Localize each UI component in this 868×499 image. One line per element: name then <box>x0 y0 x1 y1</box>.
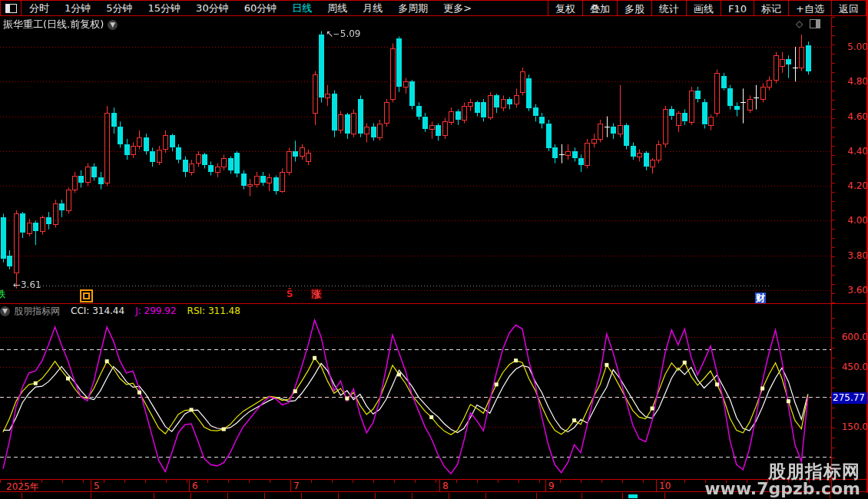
strip-separator <box>338 493 339 499</box>
menu-right-item-7[interactable]: +自选 <box>788 1 831 15</box>
watermark-url: www.7gpzb.com <box>704 481 860 497</box>
month-separator <box>545 480 546 491</box>
menu-right-item-4[interactable]: 画线 <box>686 1 721 15</box>
month-separator <box>290 480 291 491</box>
month-label-4: 8 <box>442 481 449 491</box>
chart-marker-4[interactable]: 财 <box>755 292 766 303</box>
price-label-5: 4.00 <box>834 215 868 226</box>
price-label-6: 3.80 <box>834 250 868 261</box>
menu-item-5[interactable]: 60分钟 <box>237 2 285 15</box>
split-window-icon <box>5 4 17 13</box>
menu-item-10[interactable]: 更多> <box>436 2 479 15</box>
price-label-7: 3.60 <box>834 285 868 296</box>
chart-marker-3[interactable]: 涨 <box>311 289 322 299</box>
menu-item-1[interactable]: 1分钟 <box>57 2 98 15</box>
trading-app-window: 分时1分钟5分钟15分钟30分钟60分钟日线周线月线多周期更多> 复权叠加多股统… <box>0 0 868 499</box>
indicator-value-0: CCI: 314.44 <box>71 306 124 316</box>
menu-item-6[interactable]: 日线 <box>284 2 320 15</box>
menu-right-item-3[interactable]: 统计 <box>651 1 686 15</box>
menu-right-item-1[interactable]: 叠加 <box>582 1 617 15</box>
main-chart-panel <box>0 17 868 303</box>
menu-item-2[interactable]: 5分钟 <box>98 2 140 15</box>
price-label-4: 4.20 <box>834 180 868 191</box>
watermark-name: 股朋指标网 <box>704 463 860 481</box>
arrow-up-left-icon: ↖‒ <box>326 28 340 39</box>
menu-item-7[interactable]: 周线 <box>320 2 355 15</box>
month-label-6: 10 <box>659 481 671 491</box>
menu-item-9[interactable]: 多周期 <box>390 2 436 15</box>
month-label-0: 2025年 <box>6 481 39 494</box>
menu-right-item-2[interactable]: 多股 <box>617 1 651 15</box>
menu-right-item-5[interactable]: F10 <box>721 1 754 15</box>
strip-separator <box>301 493 302 499</box>
top-menubar: 分时1分钟5分钟15分钟30分钟60分钟日线周线月线多周期更多> 复权叠加多股统… <box>0 0 866 16</box>
chart-title: 振华重工(日线.前复权) ▼ <box>3 18 118 31</box>
month-label-3: 7 <box>293 481 300 491</box>
strip-cyan-mark <box>628 494 638 498</box>
period-menu: 分时1分钟5分钟15分钟30分钟60分钟日线周线月线多周期更多> <box>22 2 479 15</box>
indicator-value-2: RSI: 311.48 <box>187 306 240 316</box>
chart-corner-icons: ◇ <box>796 18 820 29</box>
menu-item-3[interactable]: 15分钟 <box>141 2 189 15</box>
price-label-0: 5.00 <box>834 41 868 52</box>
strip-separator <box>485 493 486 499</box>
price-label-3: 4.40 <box>834 146 868 157</box>
strip-separator <box>227 493 228 499</box>
hui-marker-icon[interactable] <box>80 289 93 302</box>
menu-item-4[interactable]: 30分钟 <box>188 2 237 15</box>
menu-right-item-6[interactable]: 标记 <box>754 1 788 15</box>
menu-item-8[interactable]: 月线 <box>355 2 390 15</box>
collapse-chevron-icon[interactable]: ▼ <box>0 306 10 316</box>
month-separator <box>91 480 91 491</box>
menu-right-item-8[interactable]: 返回 <box>831 1 866 15</box>
strip-separator <box>581 493 582 499</box>
site-watermark: 股朋指标网 www.7gpzb.com <box>704 463 860 497</box>
month-separator <box>189 480 190 491</box>
month-label-2: 6 <box>192 481 198 491</box>
month-separator <box>439 480 440 491</box>
chart-marker-0[interactable]: 跌 <box>0 289 6 299</box>
month-label-1: 5 <box>94 481 100 491</box>
strip-separator <box>22 493 22 499</box>
indicator-chart-panel <box>0 318 868 479</box>
menu-item-0[interactable]: 分时 <box>22 2 57 15</box>
indicator-value-1: J: 299.92 <box>135 306 176 316</box>
diamond-icon[interactable]: ◇ <box>796 18 803 29</box>
indicator-header: ▼ 股朋指标网 CCI: 314.44J: 299.92RSI: 311.48 <box>0 304 831 318</box>
strip-separator <box>264 493 265 499</box>
month-separator <box>656 480 657 491</box>
strip-separator <box>536 493 537 499</box>
strip-separator <box>190 493 191 499</box>
price-label-1: 4.80 <box>834 76 868 87</box>
high-price-annotation: ↖‒5.09 <box>326 28 360 39</box>
menu-right-item-0[interactable]: 复权 <box>548 1 582 15</box>
indicator-chart-canvas[interactable] <box>0 318 831 479</box>
stock-title-text: 振华重工(日线.前复权) <box>3 18 104 31</box>
strip-separator <box>91 493 91 499</box>
strip-separator <box>622 493 623 499</box>
chart-marker-2[interactable]: Ŝ <box>286 289 294 299</box>
panel-split-icon[interactable] <box>810 19 820 28</box>
indicator-name: 股朋指标网 <box>14 305 60 318</box>
month-label-5: 9 <box>548 481 555 491</box>
hui-inner-square <box>83 292 90 299</box>
strip-separator <box>154 493 154 499</box>
candlestick-chart-canvas[interactable] <box>0 17 831 303</box>
strip-separator <box>375 493 376 499</box>
strip-separator <box>412 493 412 499</box>
tools-menu: 复权叠加多股统计画线F10标记+自选返回 <box>548 1 866 15</box>
strip-separator <box>449 493 449 499</box>
layout-toggle-button[interactable] <box>1 1 22 15</box>
price-label-2: 4.60 <box>834 111 868 122</box>
chevron-down-icon[interactable]: ▼ <box>108 20 118 30</box>
strip-separator <box>664 493 665 499</box>
low-price-annotation: ←3.61 <box>13 279 41 290</box>
